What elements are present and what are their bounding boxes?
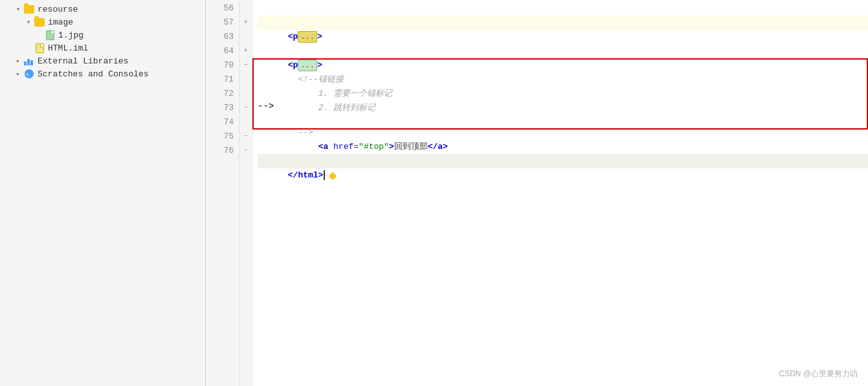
label-image: image <box>48 17 73 27</box>
scratches-icon: ✎ <box>23 69 35 79</box>
tree-arrow-resourse: ▾ <box>13 5 23 13</box>
gutter-57[interactable]: + <box>239 16 252 30</box>
ln-70: 70 <box>206 58 234 73</box>
file-icon-htmliml <box>34 43 45 53</box>
code-line-75: </body> <box>258 140 868 154</box>
label-scratches: Scratches and Consoles <box>38 69 149 79</box>
ln-64: 64 <box>206 44 234 58</box>
tree-item-1jpg[interactable]: 1.jpg <box>0 28 205 41</box>
code-line-73: --> <box>258 111 868 126</box>
code-line-76: </html> <box>258 154 868 168</box>
tree-item-image[interactable]: ▾ image <box>0 16 205 28</box>
gutter-75[interactable]: − <box>239 130 252 144</box>
file-tree: ▾ resourse ▾ image 1.jpg HTML.iml ▸ <box>0 0 206 386</box>
tree-item-resourse[interactable]: ▾ resourse <box>0 3 205 16</box>
ln-73: 73 <box>206 101 234 115</box>
spacer-1jpg <box>34 32 44 39</box>
gutter-71 <box>239 73 252 87</box>
label-1jpg: 1.jpg <box>58 30 83 40</box>
tree-item-htmliml[interactable]: HTML.iml <box>0 41 205 54</box>
code-line-56 <box>258 1 868 16</box>
label-htmliml: HTML.iml <box>48 43 88 53</box>
label-resourse: resourse <box>38 5 78 14</box>
gutter-56 <box>239 1 252 16</box>
tree-item-scratches[interactable]: ▸ ✎ Scratches and Consoles <box>0 67 205 80</box>
svg-text:✎: ✎ <box>26 72 30 78</box>
tree-arrow-scratches: ▸ <box>13 70 23 78</box>
line-numbers: 56 57 63 64 70 71 72 73 74 75 76 <box>206 0 239 386</box>
code-editor: 56 57 63 64 70 71 72 73 74 75 76 + + − −… <box>206 0 868 386</box>
tree-arrow-ext-lib: ▸ <box>13 57 23 65</box>
spacer-htmliml <box>23 45 34 52</box>
code-line-57: <p...> <box>258 16 868 30</box>
gutter-73[interactable]: − <box>239 101 252 115</box>
ln-76: 76 <box>206 144 234 158</box>
gutter-72 <box>239 87 252 101</box>
ln-56: 56 <box>206 1 234 16</box>
watermark: CSDN @心里要努力叻 <box>779 369 858 380</box>
label-ext-lib: External Libraries <box>38 56 128 66</box>
ln-57: 57 <box>206 16 234 30</box>
tree-item-ext-lib[interactable]: ▸ External Libraries <box>0 54 205 67</box>
code-line-72: 2. 跳转到标记 <box>258 87 868 101</box>
code-line-74: <a href="#top">回到顶部</a> <box>258 126 868 140</box>
gutter-74 <box>239 115 252 130</box>
ln-72: 72 <box>206 87 234 101</box>
ln-75: 75 <box>206 130 234 144</box>
folder-icon-image <box>34 17 45 27</box>
gutter-64[interactable]: + <box>239 44 252 58</box>
tree-arrow-image: ▾ <box>23 18 34 26</box>
code-line-70: <!--锚链接 <box>258 58 868 73</box>
code-line-71: 1. 需要一个锚标记 <box>258 73 868 87</box>
ext-lib-icon <box>23 56 35 66</box>
gutter-76[interactable]: − <box>239 144 252 158</box>
ln-74: 74 <box>206 115 234 130</box>
ln-71: 71 <box>206 73 234 87</box>
code-gutter: + + − − − − <box>239 0 252 386</box>
gutter-70[interactable]: − <box>239 58 252 73</box>
gutter-63 <box>239 30 252 44</box>
cursor-caret <box>324 170 325 180</box>
folder-icon-resourse <box>23 4 35 14</box>
code-line-63 <box>258 30 868 44</box>
ln-63: 63 <box>206 30 234 44</box>
file-icon-1jpg <box>44 30 56 40</box>
code-line-64: <p...> <box>258 44 868 58</box>
code-content[interactable]: <p...> <p...> <!--锚链接 1. 需要一个锚标记 2. 跳转到标… <box>252 0 868 386</box>
